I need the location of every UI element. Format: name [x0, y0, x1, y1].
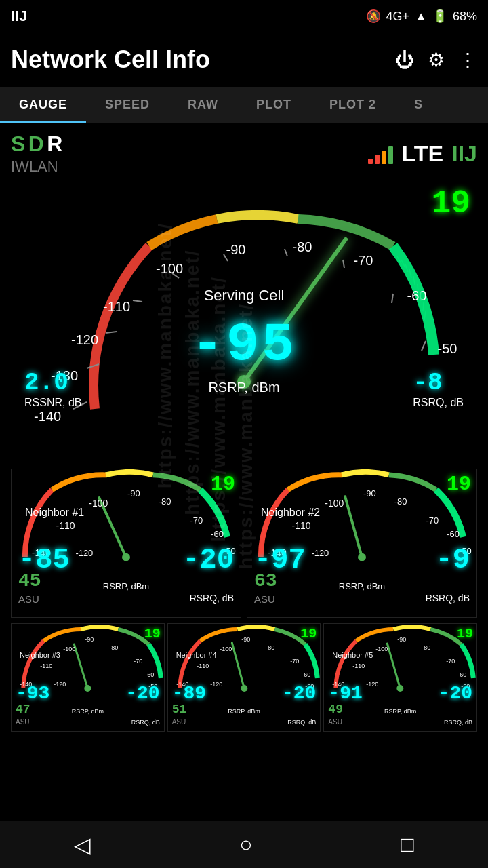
- svg-text:-70: -70: [426, 515, 439, 526]
- tab-bar: GAUGE SPEED RAW PLOT PLOT 2 S: [0, 87, 488, 123]
- neighbor-2-corner: 19: [447, 473, 471, 496]
- tab-s[interactable]: S: [395, 87, 442, 123]
- svg-point-43: [358, 553, 366, 561]
- neighbor-4-corner: 19: [300, 626, 317, 642]
- svg-line-4: [106, 332, 117, 333]
- network-type: LTE: [401, 140, 443, 167]
- mute-icon: 🔕: [366, 9, 381, 24]
- svg-text:-90: -90: [241, 636, 250, 643]
- neighbor-4-asu: 51: [172, 703, 187, 716]
- svg-text:-100: -100: [156, 261, 183, 276]
- neighbor-2-label: Neighbor #2: [261, 507, 320, 519]
- neighbor-5-rsrq: -20: [439, 683, 472, 704]
- main-gauge-area: 19 -140 -130 -120: [11, 178, 477, 463]
- tab-plot2[interactable]: PLOT 2: [310, 87, 395, 123]
- svg-line-42: [345, 496, 362, 557]
- neighbor-3-corner: 19: [144, 626, 161, 642]
- svg-text:-100: -100: [325, 498, 344, 509]
- neighbor-cell-1: 19 -140 -110 -100 -90 -80 -70 -60 -50 -1…: [11, 469, 241, 618]
- svg-line-16: [392, 294, 393, 303]
- status-icons: 🔕 4G+ ▲ 🔋 68%: [366, 9, 477, 24]
- network-info: LTE IIJ: [368, 140, 477, 167]
- svg-text:-110: -110: [197, 663, 209, 669]
- svg-point-32: [122, 553, 130, 561]
- neighbor-5-rsrq-label: RSRQ, dB: [444, 719, 472, 726]
- svg-text:-120: -120: [367, 681, 379, 688]
- svg-text:-70: -70: [134, 658, 142, 665]
- svg-text:-110: -110: [56, 520, 75, 531]
- battery-icon: 🔋: [432, 9, 447, 24]
- neighbor-cell-2: 19 -140 -110 -100 -90 -80 -70 -60 -50 -1…: [247, 469, 477, 618]
- neighbor-grid-1: 19 -140 -110 -100 -90 -80 -70 -60 -50 -1…: [11, 469, 477, 618]
- svg-text:-70: -70: [290, 658, 299, 665]
- sdr-row: S D R IWLAN LTE IIJ: [11, 132, 477, 176]
- neighbor-4-rsrq: -20: [282, 683, 316, 704]
- svg-text:-90: -90: [226, 242, 246, 257]
- svg-point-54: [84, 685, 91, 692]
- svg-text:-120: -120: [54, 681, 66, 688]
- neighbor-1-rsrp-label: RSRP, dBm: [103, 581, 149, 591]
- neighbor-4-rsrp-label: RSRP, dBm: [228, 708, 260, 715]
- neighbor-1-asu: 45: [18, 570, 41, 591]
- svg-text:-80: -80: [422, 644, 431, 651]
- signal-bar-4: [388, 146, 393, 164]
- signal-bar-3: [382, 151, 386, 164]
- svg-text:-120: -120: [210, 681, 222, 688]
- neighbor-4-rsrp: -89: [172, 683, 206, 704]
- neighbor-2-asu-label: ASU: [254, 593, 275, 605]
- home-button[interactable]: ○: [239, 832, 252, 857]
- tab-gauge[interactable]: GAUGE: [0, 87, 86, 123]
- svg-text:-80: -80: [394, 496, 407, 507]
- svg-text:-90: -90: [85, 636, 94, 643]
- svg-text:-70: -70: [447, 658, 455, 665]
- svg-point-65: [241, 685, 247, 692]
- neighbor-3-asu: 47: [16, 703, 30, 716]
- neighbor-grid-2: 19 -140 -110 -100 -90 -80 -70 -60 -50 -1…: [11, 623, 477, 732]
- neighbor-cell-4: 19 -140 -110 -100 -90 -80 -70 -60 -50 -1…: [167, 623, 321, 732]
- svg-text:-60: -60: [407, 288, 427, 303]
- tab-plot[interactable]: PLOT: [237, 87, 310, 123]
- neighbor-2-rsrq-label: RSRQ, dB: [426, 593, 470, 604]
- svg-line-27: [418, 284, 418, 293]
- neighbor-cell-5: 19 -140 -110 -100 -90 -80 -70 -60 -50 -1…: [323, 623, 477, 732]
- tab-raw[interactable]: RAW: [169, 87, 237, 123]
- neighbor-2-rsrq: -9: [436, 544, 470, 576]
- power-button[interactable]: ⏻: [395, 49, 414, 71]
- sdr-r: R: [47, 132, 62, 156]
- settings-button[interactable]: ⚙: [428, 49, 445, 71]
- carrier-name: IIJ: [451, 140, 477, 167]
- neighbor-1-rsrq-label: RSRQ, dB: [190, 593, 234, 604]
- neighbor-1-corner: 19: [211, 473, 235, 496]
- neighbor-5-rsrp-label: RSRP, dBm: [384, 708, 416, 715]
- sdr-iwlan: S D R IWLAN: [11, 132, 62, 176]
- main-content: S D R IWLAN LTE IIJ 19: [0, 123, 488, 794]
- svg-text:-60: -60: [145, 671, 154, 678]
- svg-text:-80: -80: [266, 644, 274, 651]
- neighbor-5-rsrp: -91: [328, 683, 362, 704]
- neighbor-5-label: Neighbor #5: [332, 651, 373, 659]
- svg-line-12: [285, 249, 287, 256]
- svg-text:-100: -100: [63, 646, 75, 652]
- svg-text:-50: -50: [438, 341, 458, 356]
- svg-point-76: [397, 685, 404, 692]
- rsrq-metric: -8 RSRQ, dB: [413, 369, 464, 409]
- neighbor-3-label: Neighbor #3: [20, 651, 60, 659]
- svg-text:-80: -80: [293, 239, 312, 254]
- svg-text:-100: -100: [376, 646, 388, 652]
- svg-text:-120: -120: [311, 548, 329, 558]
- neighbor-4-rsrq-label: RSRQ, dB: [287, 719, 316, 726]
- svg-line-14: [343, 260, 344, 268]
- svg-text:-80: -80: [109, 644, 118, 651]
- rsrq-value: -8: [413, 369, 464, 397]
- svg-text:-110: -110: [103, 299, 130, 314]
- svg-text:-110: -110: [353, 663, 365, 669]
- back-button[interactable]: ◁: [74, 832, 91, 858]
- neighbor-3-rsrq: -20: [125, 683, 159, 704]
- tab-speed[interactable]: SPEED: [86, 87, 169, 123]
- sdr-d: D: [28, 132, 44, 156]
- bottom-nav: ◁ ○ □: [0, 821, 488, 868]
- more-button[interactable]: ⋮: [458, 49, 477, 71]
- svg-line-18: [422, 341, 426, 351]
- svg-text:-70: -70: [354, 253, 373, 268]
- recent-button[interactable]: □: [401, 832, 413, 857]
